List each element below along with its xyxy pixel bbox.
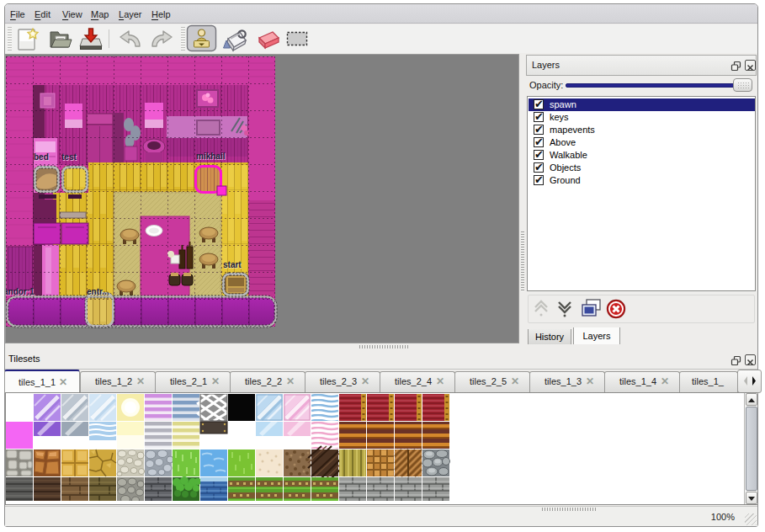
svg-text:start: start bbox=[223, 260, 242, 269]
svg-text:test: test bbox=[61, 152, 77, 162]
svg-text:mikhail: mikhail bbox=[196, 152, 226, 161]
svg-text:entr...: entr... bbox=[87, 287, 109, 296]
svg-text:bed: bed bbox=[34, 152, 49, 162]
svg-text:andor:1: andor:1 bbox=[6, 287, 35, 296]
